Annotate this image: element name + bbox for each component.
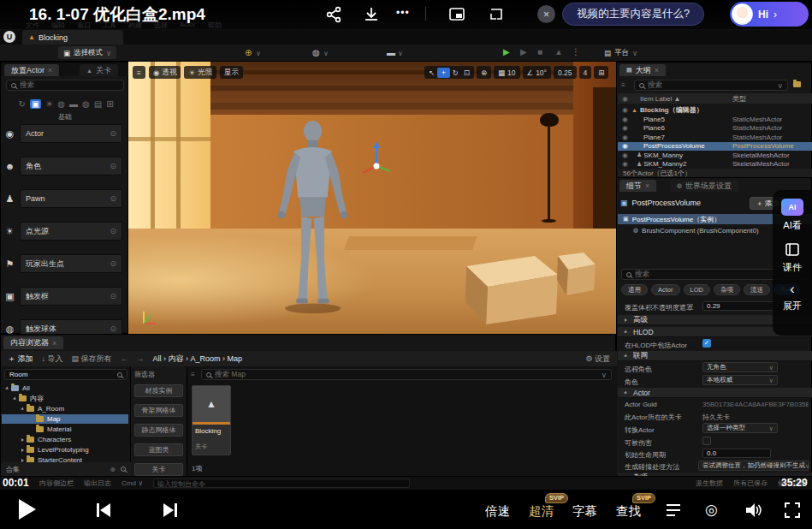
ai-note-label[interactable]: AI看	[783, 219, 801, 232]
cb-add-button[interactable]: ＋ 添加	[8, 354, 33, 365]
select-tool-icon[interactable]: ↖	[426, 68, 437, 77]
playlist-icon[interactable]	[665, 502, 682, 518]
convert-actor-dropdown[interactable]: 选择一种类型∨	[702, 423, 778, 433]
close-icon[interactable]: ×	[645, 181, 649, 190]
ai-question-pill[interactable]: 视频的主要内容是什么?	[562, 3, 704, 26]
details-filter-actor[interactable]: Actor	[651, 284, 680, 295]
breadcrumb[interactable]: All › 内容 › A_Room › Map	[153, 354, 243, 365]
more-options-icon[interactable]: •••	[396, 7, 410, 19]
world-space-toggle[interactable]: ⊕	[477, 66, 491, 79]
outliner-world-row[interactable]: ◉ ▲ Blocking（编辑器）	[618, 105, 812, 115]
expand-label[interactable]: 展开	[783, 300, 802, 312]
grab-icon[interactable]: ⊙	[110, 324, 116, 333]
camera-speed-button[interactable]: 4	[579, 66, 592, 79]
basic-category-icon[interactable]: ▣	[30, 99, 41, 109]
details-filter-streaming[interactable]: 流送	[744, 284, 770, 295]
can-be-damaged-checkbox[interactable]	[702, 437, 711, 445]
outliner-row-skm-manny2[interactable]: ◉ ♟ SKM_Manny2 SkeletalMeshActor	[618, 160, 812, 169]
details-filter-general[interactable]: 通用	[621, 284, 648, 295]
viewport[interactable]: ≡ ◉透视 ☀光照 显示 ↖ ＋ ↻ ⊡ ⊕ ▦10 ∠10° 0.25 4 ⊞	[128, 62, 616, 334]
tree-item-levelprototyping[interactable]: LevelPrototyping	[2, 445, 128, 455]
grab-icon[interactable]: ⊙	[110, 194, 116, 203]
opacity-mask-input[interactable]: 0.29	[702, 301, 778, 311]
play-button[interactable]	[19, 499, 36, 520]
download-icon[interactable]	[363, 6, 380, 23]
place-item-point-light[interactable]: 点光源⊙	[20, 222, 122, 241]
record-target-icon[interactable]: ◎	[705, 501, 718, 519]
subtitle-button[interactable]: 字幕	[572, 503, 597, 520]
place-search-input[interactable]: 搜索	[6, 80, 124, 91]
share-icon[interactable]	[325, 6, 342, 23]
fullscreen-icon[interactable]	[784, 502, 801, 519]
section-networking[interactable]: 联网	[618, 351, 812, 361]
tree-item-map[interactable]: Map	[2, 414, 128, 424]
mini-player-icon[interactable]	[488, 6, 505, 23]
level-tab-blocking[interactable]: ▲ Blocking	[22, 30, 123, 45]
details-filter-misc[interactable]: 杂项	[714, 284, 740, 295]
outliner-row-plane5[interactable]: ◉Plane5 StaticMeshActor	[618, 115, 812, 124]
grab-icon[interactable]: ⊙	[110, 259, 116, 268]
outliner-row-skm-manny[interactable]: ◉ ♟ SKM_Manny SkeletalMeshActor	[618, 151, 812, 160]
asset-tile-blocking[interactable]: ▲ Blocking 关卡	[192, 385, 231, 455]
chevron-down-icon[interactable]: ∨	[602, 371, 607, 379]
cb-forward-button[interactable]: →	[137, 354, 145, 363]
grab-icon[interactable]: ⊙	[110, 292, 116, 300]
place-item-character[interactable]: 角色⊙	[20, 157, 122, 175]
close-icon[interactable]: ×	[655, 66, 659, 74]
cinematics-button[interactable]: ▬	[387, 48, 395, 57]
close-icon[interactable]: ×	[52, 339, 56, 348]
scale-snap-toggle[interactable]: 0.25	[554, 66, 577, 79]
cinematics-chevron[interactable]: ∨	[398, 50, 403, 57]
outliner-col-label[interactable]: Item Label ▲	[640, 95, 681, 103]
remote-role-dropdown[interactable]: 无角色∨	[702, 362, 778, 372]
filter-static-mesh[interactable]: 静态网格体	[134, 424, 183, 437]
chevron-down-icon[interactable]: ∨	[778, 81, 783, 90]
quality-button[interactable]: 超清	[529, 503, 554, 520]
outliner-row-postprocessvolume[interactable]: ◉PostProcessVolume PostProcessVolume	[618, 142, 812, 152]
tab-world-settings[interactable]: ◍ 世界场景设置	[670, 180, 738, 192]
tab-content-browser[interactable]: 内容浏览器×	[3, 336, 63, 349]
outliner-filter-icon[interactable]: ≡	[621, 81, 625, 89]
details-filter-lod[interactable]: LOD	[684, 284, 710, 295]
play-in-editor-button[interactable]: ▶	[503, 47, 510, 56]
cb-tree-search-input[interactable]: Room	[9, 371, 27, 378]
select-mode-dropdown[interactable]: ▣ 选择模式 ∨	[58, 46, 116, 59]
blueprints-chevron[interactable]: ∨	[323, 50, 329, 57]
tree-item-content[interactable]: 内容	[2, 394, 128, 403]
tab-place-actor[interactable]: 放置Actor×	[4, 64, 59, 76]
tree-item-all[interactable]: All	[2, 383, 128, 393]
maximize-viewport-button[interactable]: ⊞	[594, 66, 608, 79]
content-drawer-button[interactable]: 内容侧边栏	[39, 478, 74, 488]
blueprints-button[interactable]: ◍	[312, 48, 320, 57]
frame-skip-button[interactable]: ▶	[520, 47, 527, 56]
grid-snap-toggle[interactable]: ▦10	[494, 66, 520, 79]
viewport-perspective-dropdown[interactable]: ◉透视	[149, 66, 181, 79]
recently-placed-icon[interactable]: ↻	[18, 99, 25, 109]
viewport-show-dropdown[interactable]: 显示	[220, 66, 243, 79]
add-collection-icon[interactable]: ⊕	[110, 466, 116, 473]
new-folder-icon[interactable]	[793, 81, 804, 89]
volumes-category-icon[interactable]: ▤	[94, 99, 102, 109]
console-input[interactable]: 输入控制台命令	[153, 478, 410, 488]
find-button[interactable]: 查找	[616, 503, 641, 520]
output-log-button[interactable]: 输出日志	[84, 478, 111, 488]
outliner-col-type[interactable]: 类型	[732, 94, 746, 104]
viewport-lit-dropdown[interactable]: ☀光照	[184, 66, 216, 79]
move-tool-icon[interactable]: ＋	[437, 68, 450, 78]
grab-icon[interactable]: ⊙	[110, 129, 116, 138]
filter-material-instance[interactable]: 材质实例	[134, 384, 183, 397]
prev-button[interactable]	[94, 501, 113, 520]
place-item-pawn[interactable]: Pawn⊙	[20, 189, 122, 208]
cb-save-all-button[interactable]: ▤ 保存所有	[72, 354, 112, 365]
place-item-trigger-box[interactable]: 触发框⊙	[20, 287, 122, 306]
eject-button[interactable]: ▲	[554, 47, 563, 56]
all-classes-category-icon[interactable]: ⊞	[106, 99, 113, 109]
picture-in-picture-icon[interactable]	[448, 6, 465, 23]
scale-tool-icon[interactable]: ⊡	[461, 68, 472, 77]
tree-item-a-room[interactable]: A_Room	[2, 404, 128, 413]
rotation-snap-toggle[interactable]: ∠10°	[523, 66, 551, 79]
search-icon[interactable]	[121, 467, 126, 472]
expand-chevron-icon[interactable]: ‹	[790, 282, 794, 296]
tab-details[interactable]: 细节×	[619, 180, 656, 192]
cb-back-button[interactable]: ←	[121, 354, 128, 363]
